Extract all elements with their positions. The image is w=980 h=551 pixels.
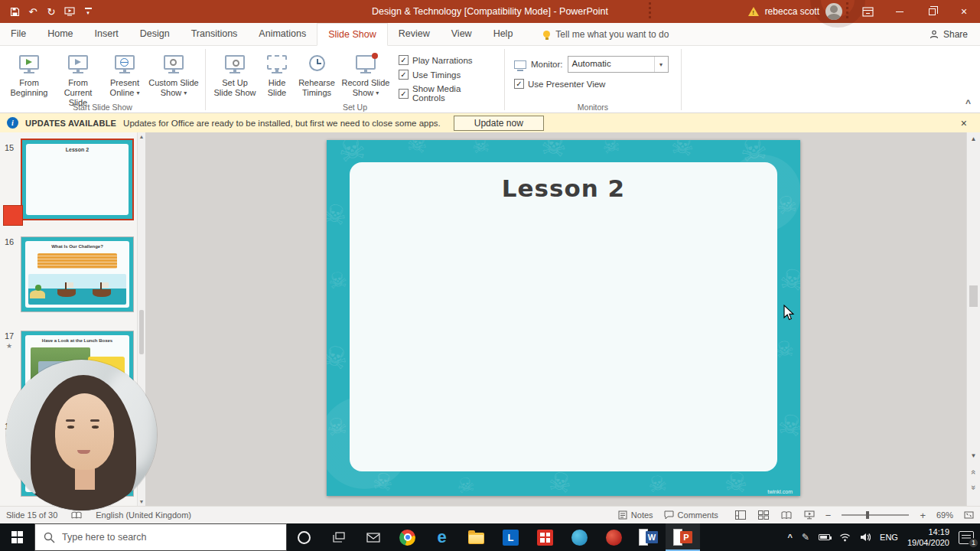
red-circle-app-icon[interactable] (597, 523, 631, 551)
notes-button[interactable]: Notes (618, 510, 653, 520)
slide-thumbnail-16[interactable]: What Is Our Challenge? (21, 236, 134, 312)
red-grid-app-icon[interactable] (528, 523, 562, 551)
monitor-dropdown-value: Automatic (568, 57, 654, 72)
record-slide-show-button[interactable]: Record Slide Show▾ (339, 48, 392, 98)
skull-pattern-icon: ☠ (669, 140, 696, 160)
speaker-icon[interactable] (860, 533, 871, 542)
battery-icon[interactable] (819, 534, 830, 540)
close-button[interactable]: × (948, 0, 980, 23)
slide-thumbnail-15[interactable]: Lesson 2 (21, 139, 134, 220)
customize-quick-access-icon[interactable]: ▾ (83, 5, 93, 18)
search-input[interactable] (62, 532, 278, 543)
slide-content-box[interactable]: Lesson 2 (350, 162, 777, 471)
ribbon-display-options-icon[interactable] (851, 0, 884, 23)
tab-insert[interactable]: Insert (84, 23, 129, 45)
file-explorer-app-icon[interactable] (459, 523, 493, 551)
scrollbar-thumb[interactable] (969, 285, 978, 307)
scrollbar-thumb[interactable] (139, 310, 144, 354)
thumbnail-text-box (37, 253, 117, 269)
blue-l-app-icon[interactable]: L (493, 523, 528, 551)
slide-title[interactable]: Lesson 2 (350, 174, 777, 202)
chrome-app-icon[interactable] (390, 523, 425, 551)
tab-file[interactable]: File (0, 23, 37, 45)
restore-button[interactable] (916, 0, 948, 23)
scroll-down-icon[interactable]: ▼ (967, 452, 980, 459)
tab-slide-show[interactable]: Slide Show (317, 23, 388, 46)
tab-transitions[interactable]: Transitions (181, 23, 249, 45)
scroll-up-icon[interactable]: ▲ (138, 134, 145, 139)
taskbar-clock[interactable]: 14:19 19/04/2020 (907, 527, 949, 549)
tab-design[interactable]: Design (129, 23, 181, 45)
start-button[interactable] (0, 523, 34, 551)
titlebar-decoration (649, 2, 651, 21)
slide-sorter-icon[interactable] (758, 510, 769, 520)
tab-view[interactable]: View (441, 23, 483, 45)
reading-view-icon[interactable] (781, 511, 792, 520)
edge-app-icon[interactable]: e (425, 523, 459, 551)
show-media-controls-checkbox[interactable]: ✓ Show Media Controls (399, 84, 492, 103)
hide-slide-button[interactable]: Hide Slide (259, 48, 295, 98)
slide-canvas[interactable]: ☠ ☠ ☠ ☠ ☠ ☠ ☠ ☠ ☠ ☠ ☠ ☠ ☠ ☠ ☠ ☠ ☠ ☠ ☠ ☠ … (327, 140, 800, 496)
redo-icon[interactable]: ↻ (46, 5, 57, 18)
scroll-down-icon[interactable]: ▼ (138, 499, 145, 504)
normal-view-icon[interactable] (735, 510, 746, 520)
from-beginning-button[interactable]: From Beginning (5, 48, 54, 98)
language-code[interactable]: ENG (880, 533, 898, 542)
rehearse-timings-button[interactable]: Rehearse Timings (295, 48, 339, 98)
previous-slide-icon[interactable]: « (969, 466, 978, 479)
pen-icon[interactable]: ✎ (802, 532, 809, 543)
zoom-out-icon[interactable]: − (825, 510, 832, 521)
word-app-icon[interactable]: W (631, 523, 666, 551)
dropdown-arrow-icon: ▾ (184, 90, 187, 97)
save-icon[interactable] (9, 5, 20, 18)
account-area[interactable]: ! rebecca scott (739, 3, 851, 20)
zoom-level[interactable]: 69% (936, 510, 953, 520)
use-timings-checkbox[interactable]: ✓ Use Timings (399, 70, 492, 80)
time: 14:19 (928, 527, 949, 537)
fit-to-window-icon[interactable] (964, 510, 974, 520)
zoom-slider[interactable] (842, 514, 909, 516)
next-slide-icon[interactable]: » (969, 481, 978, 494)
task-view-icon (333, 532, 345, 543)
monitor-play-icon (19, 55, 39, 70)
undo-icon[interactable]: ↶ (28, 5, 38, 18)
wifi-icon[interactable] (839, 533, 851, 542)
play-narrations-checkbox[interactable]: ✓ Play Narrations (399, 55, 492, 65)
from-current-slide-button[interactable]: From Current Slide (54, 48, 103, 109)
minimize-button[interactable] (884, 0, 916, 23)
collapse-ribbon-icon[interactable]: ^ (965, 98, 971, 109)
set-up-slide-show-button[interactable]: Set Up Slide Show (210, 48, 259, 98)
present-online-button[interactable]: Present Online▾ (103, 48, 147, 98)
slideshow-view-icon[interactable] (804, 510, 815, 520)
tab-help[interactable]: Help (483, 23, 524, 45)
mail-app-icon[interactable] (356, 523, 390, 551)
spell-check-icon[interactable] (71, 511, 82, 520)
teal-circle-app-icon[interactable] (562, 523, 597, 551)
start-from-beginning-icon[interactable] (64, 5, 75, 18)
comments-button[interactable]: Comments (664, 510, 718, 520)
close-notification-icon[interactable]: × (955, 117, 973, 129)
share-button[interactable]: Share (930, 23, 980, 45)
scroll-up-icon[interactable]: ▲ (967, 135, 980, 142)
tab-home[interactable]: Home (37, 23, 83, 45)
taskbar-search[interactable] (34, 523, 287, 551)
vertical-scrollbar[interactable]: ▲ ▼ « » (966, 132, 980, 506)
custom-slide-show-button[interactable]: Custom Slide Show▾ (147, 48, 200, 98)
avatar[interactable] (825, 3, 842, 20)
powerpoint-app-icon[interactable]: P (666, 523, 700, 551)
date: 19/04/2020 (907, 537, 949, 548)
zoom-slider-thumb[interactable] (866, 511, 869, 519)
task-view-button[interactable] (321, 523, 356, 551)
use-presenter-view-checkbox[interactable]: ✓ Use Presenter View (514, 79, 669, 89)
watermark-text: twinkl.com (767, 489, 793, 494)
tell-me-box[interactable]: Tell me what you want to do (543, 23, 669, 45)
zoom-in-icon[interactable]: + (920, 510, 926, 521)
monitor-dropdown[interactable]: Automatic ▾ (568, 56, 669, 73)
action-center-icon[interactable]: 1 (959, 531, 974, 544)
tab-review[interactable]: Review (388, 23, 441, 45)
language-indicator[interactable]: English (United Kingdom) (96, 510, 191, 520)
update-now-button[interactable]: Update now (454, 116, 544, 131)
tab-animations[interactable]: Animations (248, 23, 317, 45)
cortana-button[interactable] (287, 523, 321, 551)
hidden-icons-chevron[interactable]: ^ (788, 533, 793, 542)
